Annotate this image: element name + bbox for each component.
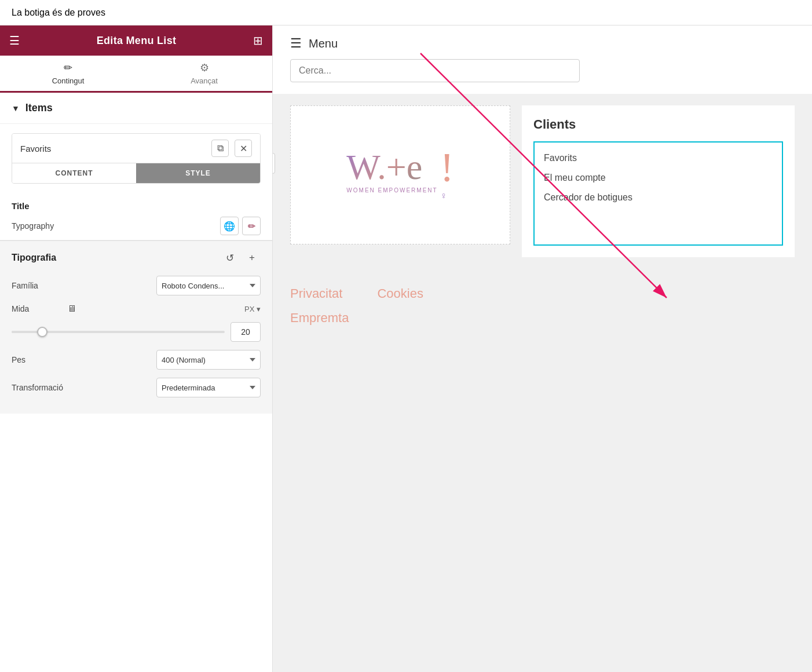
favorits-card-header: Favorits ⧉ ✕ (12, 134, 260, 163)
plus-icon: + (249, 252, 255, 264)
reset-icon: ↺ (226, 252, 234, 264)
search-input[interactable] (290, 59, 580, 82)
copy-button[interactable]: ⧉ (211, 140, 229, 157)
pes-select[interactable]: 400 (Normal) (156, 350, 261, 370)
items-arrow-icon: ▼ (12, 104, 20, 113)
familia-label: Família (12, 281, 64, 290)
close-icon: ✕ (240, 143, 247, 154)
search-container (273, 59, 812, 94)
title-label: Title (12, 201, 261, 211)
tab-contingut-label: Contingut (52, 76, 85, 85)
tab-row: ✏ Contingut ⚙ Avançat (0, 56, 272, 93)
favorits-actions: ⧉ ✕ (211, 140, 252, 157)
transformacio-label: Transformació (12, 383, 64, 392)
footer-row-2: Empremta (290, 311, 795, 326)
menu-item-cercador: Cercador de botigues (544, 188, 773, 207)
top-bar: La botiga és de proves (0, 0, 812, 25)
favorits-card: Favorits ⧉ ✕ CONTENT STYLE (12, 133, 261, 184)
pes-row: Pes 400 (Normal) (12, 350, 261, 370)
edit-icon-button[interactable]: ✏ (242, 217, 261, 235)
panel-title: Edita Menu List (97, 35, 177, 47)
pencil-icon: ✏ (64, 61, 72, 74)
footer-privacitat: Privacitat (290, 286, 342, 301)
slider-row: 20 (12, 322, 261, 342)
mida-row: Mida 🖥 PX (12, 304, 261, 314)
clients-menu-box: Favorits El meu compte Cercador de botig… (533, 141, 783, 246)
items-header[interactable]: ▼ Items (12, 102, 261, 114)
grid-icon[interactable]: ⊞ (253, 34, 263, 48)
canvas-area: ‹ ☰ Menu W.+e WOMEN EMPOWERMENT ! (273, 25, 812, 672)
footer-row-1: Privacitat Cookies (290, 286, 795, 301)
footer-empremta: Empremta (290, 311, 349, 326)
monitor-icon: 🖥 (67, 304, 76, 314)
transformacio-select[interactable]: Predeterminada (156, 378, 261, 397)
inner-tabs: CONTENT STYLE (12, 163, 260, 183)
add-button[interactable]: + (243, 249, 261, 266)
mida-label: Mida (12, 304, 64, 313)
logo-exclaim-text: ! (440, 149, 454, 187)
globe-icon-button[interactable]: 🌐 (220, 217, 239, 235)
tipografia-header: Tipografia ↺ + (12, 249, 261, 266)
logo-exclaim-area: ! ♀ (440, 149, 454, 202)
globe-icon: 🌐 (224, 221, 235, 232)
logo-we-area: W.+e WOMEN EMPOWERMENT (346, 149, 437, 193)
close-button[interactable]: ✕ (235, 140, 252, 157)
mida-label-group: Mida 🖥 (12, 304, 76, 314)
slider-value: 20 (231, 322, 261, 342)
mida-control-right: PX (76, 305, 261, 313)
tab-avancat-label: Avançat (191, 76, 218, 85)
title-section: Title Typography 🌐 ✏ (0, 193, 272, 240)
clients-title: Clients (533, 117, 783, 132)
main-layout: ☰ Edita Menu List ⊞ ✏ Contingut ⚙ Avança… (0, 25, 812, 672)
canvas-menu-header: ☰ Menu (273, 25, 812, 59)
typography-label: Typography (12, 221, 54, 231)
canvas-hamburger-icon: ☰ (290, 36, 302, 51)
inner-tab-style[interactable]: STYLE (136, 163, 260, 183)
tipografia-panel: Tipografia ↺ + Família Roboto Condens... (0, 240, 272, 414)
copy-icon: ⧉ (217, 143, 224, 154)
slider-track[interactable] (12, 331, 225, 333)
footer-cookies: Cookies (377, 286, 423, 301)
menu-item-compte: El meu compte (544, 168, 773, 188)
logo-inner: W.+e WOMEN EMPOWERMENT ! ♀ (346, 149, 453, 202)
canvas-footer: Privacitat Cookies Empremta (273, 269, 812, 326)
favorits-title: Favorits (20, 144, 51, 154)
slider-thumb[interactable] (37, 327, 47, 337)
canvas-content: W.+e WOMEN EMPOWERMENT ! ♀ Clients Favor… (273, 94, 812, 269)
clients-panel: Clients Favorits El meu compte Cercador … (522, 105, 795, 257)
familia-row: Família Roboto Condens... (12, 276, 261, 295)
hamburger-icon[interactable]: ☰ (9, 34, 20, 48)
top-bar-text: La botiga és de proves (12, 8, 105, 18)
items-section: ▼ Items (0, 93, 272, 124)
logo-subtitle: WOMEN EMPOWERMENT (346, 187, 437, 193)
reset-button[interactable]: ↺ (221, 249, 239, 266)
inner-tab-content[interactable]: CONTENT (12, 163, 136, 183)
tipografia-title: Tipografia (12, 253, 56, 263)
logo-box: W.+e WOMEN EMPOWERMENT ! ♀ (290, 105, 510, 244)
familia-select[interactable]: Roboto Condens... (156, 276, 261, 295)
px-badge[interactable]: PX (244, 305, 261, 313)
tipografia-header-actions: ↺ + (221, 249, 261, 266)
canvas-menu-label: Menu (309, 37, 338, 50)
typography-icons: 🌐 ✏ (220, 217, 261, 235)
items-label: Items (25, 102, 53, 114)
menu-item-favorits: Favorits (544, 148, 773, 168)
left-panel: ☰ Edita Menu List ⊞ ✏ Contingut ⚙ Avança… (0, 25, 273, 672)
tab-avancat[interactable]: ⚙ Avançat (136, 56, 272, 91)
panel-header: ☰ Edita Menu List ⊞ (0, 25, 272, 56)
typography-row: Typography 🌐 ✏ (12, 217, 261, 235)
edit-pencil-icon: ✏ (248, 221, 255, 232)
pes-label: Pes (12, 355, 64, 364)
transformacio-row: Transformació Predeterminada (12, 378, 261, 397)
logo-we-text: W.+e (346, 149, 437, 185)
tab-contingut[interactable]: ✏ Contingut (0, 56, 136, 93)
gear-icon: ⚙ (200, 61, 209, 74)
collapse-button[interactable]: ‹ (273, 153, 275, 174)
